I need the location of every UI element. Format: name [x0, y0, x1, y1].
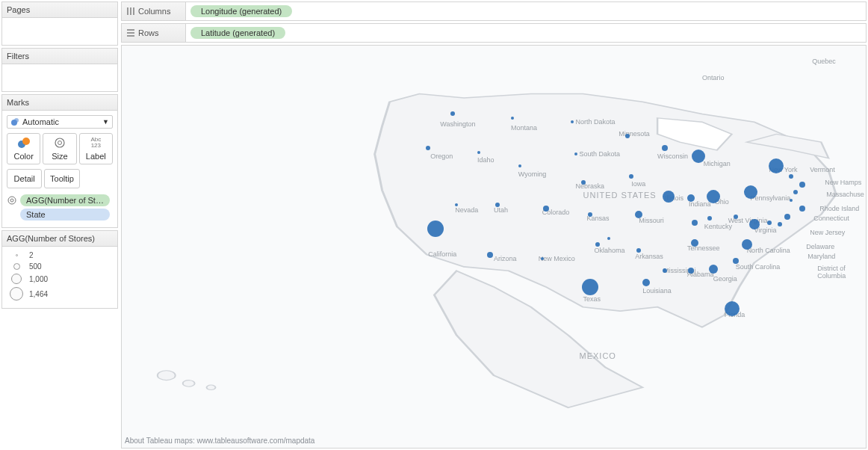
- rows-pill[interactable]: Latitude (generated): [190, 27, 285, 39]
- map-data-point[interactable]: [582, 279, 598, 295]
- map-data-point[interactable]: [799, 206, 805, 212]
- size-legend[interactable]: AGG(Number of Stores) 25001,0001,464: [1, 230, 118, 309]
- map-region-label: Connecticut: [813, 215, 849, 222]
- map-state-label: Idaho: [477, 156, 495, 164]
- map-viz[interactable]: About Tableau maps: www.tableausoftware.…: [121, 45, 867, 449]
- map-data-point[interactable]: [767, 221, 772, 225]
- map-attribution: About Tableau maps: www.tableausoftware.…: [125, 437, 314, 445]
- map-region-label: Vermont: [810, 166, 835, 173]
- map-data-point[interactable]: [742, 239, 752, 250]
- map-data-point[interactable]: [691, 239, 698, 247]
- map-data-point[interactable]: [518, 164, 521, 167]
- rows-shelf[interactable]: Rows Latitude (generated): [121, 23, 867, 43]
- size-encoding-icon: [7, 195, 17, 206]
- circle-mark-icon: [10, 117, 19, 126]
- marks-header: Marks: [2, 95, 117, 111]
- map-data-point[interactable]: [688, 268, 694, 274]
- columns-content[interactable]: Longitude (generated): [186, 5, 866, 17]
- columns-icon: [126, 7, 135, 16]
- label-icon: Abc 123: [81, 137, 111, 150]
- map-data-point[interactable]: [450, 111, 455, 116]
- filters-body[interactable]: [2, 64, 117, 91]
- map-data-point[interactable]: [707, 216, 712, 221]
- map-data-point[interactable]: [541, 257, 544, 260]
- map-data-point[interactable]: [692, 150, 705, 163]
- svg-rect-12: [127, 32, 134, 34]
- map-state-label: Washington: [440, 120, 475, 128]
- size-card[interactable]: Size: [43, 133, 76, 164]
- map-data-point[interactable]: [511, 117, 514, 120]
- columns-shelf[interactable]: Columns Longitude (generated): [121, 1, 867, 21]
- map-data-point[interactable]: [687, 194, 695, 202]
- rows-icon: [126, 28, 135, 37]
- detail-encoding-row[interactable]: State: [7, 209, 113, 221]
- map-data-point[interactable]: [709, 265, 718, 274]
- map-data-point[interactable]: [455, 203, 458, 206]
- pages-shelf[interactable]: Pages: [1, 1, 118, 46]
- label-card[interactable]: Abc 123 Label: [79, 133, 113, 164]
- map-data-point[interactable]: [571, 120, 574, 123]
- tooltip-card[interactable]: Tooltip: [44, 169, 79, 188]
- map-data-point[interactable]: [477, 151, 480, 154]
- map-data-point[interactable]: [426, 146, 430, 150]
- map-data-point[interactable]: [642, 279, 650, 286]
- map-data-point[interactable]: [790, 199, 793, 202]
- detail-card[interactable]: Detail: [7, 169, 42, 188]
- map-data-point[interactable]: [799, 182, 805, 188]
- map-data-point[interactable]: [707, 190, 720, 203]
- size-encoding-row[interactable]: AGG(Number of Sto..: [7, 194, 113, 206]
- map-state-label: Arkansas: [635, 253, 663, 260]
- map-data-point[interactable]: [629, 174, 633, 179]
- map-data-point[interactable]: [692, 220, 698, 226]
- size-encoding-pill[interactable]: AGG(Number of Sto..: [20, 194, 110, 206]
- color-card[interactable]: Color: [7, 133, 40, 164]
- map-data-point[interactable]: [495, 203, 500, 207]
- map-data-point[interactable]: [725, 301, 740, 316]
- map-state-label: North Dakota: [576, 118, 616, 126]
- map-data-point[interactable]: [625, 134, 630, 138]
- legend-circle-icon: [13, 263, 20, 270]
- map-state-label: Missouri: [639, 217, 664, 224]
- pages-body[interactable]: [2, 18, 117, 45]
- map-data-point[interactable]: [784, 214, 790, 220]
- map-data-point[interactable]: [595, 242, 600, 247]
- map-data-point[interactable]: [581, 180, 586, 185]
- map-data-point[interactable]: [793, 190, 798, 194]
- legend-row: 500: [8, 262, 111, 271]
- map-region-label: Maryland: [807, 253, 835, 260]
- map-data-point[interactable]: [662, 145, 668, 151]
- map-state-label: Louisiana: [642, 287, 672, 295]
- detail-label: Detail: [14, 174, 35, 183]
- map-data-point[interactable]: [427, 221, 444, 237]
- map-data-point[interactable]: [574, 152, 577, 155]
- map-state-label: Oregon: [430, 152, 453, 160]
- filters-header: Filters: [2, 49, 117, 64]
- map-region-label: Delaware: [806, 243, 834, 250]
- map-data-point[interactable]: [733, 258, 739, 264]
- map-data-point[interactable]: [734, 215, 738, 219]
- map-data-point[interactable]: [778, 222, 782, 226]
- rows-content[interactable]: Latitude (generated): [186, 27, 866, 39]
- rows-label-text: Rows: [138, 28, 159, 37]
- filters-shelf[interactable]: Filters: [1, 48, 118, 92]
- map-data-point[interactable]: [543, 206, 549, 212]
- map-data-point[interactable]: [769, 158, 784, 173]
- map-data-point[interactable]: [789, 174, 793, 179]
- map-data-point[interactable]: [636, 248, 641, 253]
- map-data-point[interactable]: [635, 211, 642, 218]
- map-data-point[interactable]: [487, 252, 493, 258]
- map-data-point[interactable]: [588, 212, 592, 217]
- map-region-label: Ontario: [702, 74, 725, 81]
- map-data-point[interactable]: [749, 219, 760, 229]
- map-region-label: MEXICO: [580, 351, 616, 360]
- columns-label-text: Columns: [138, 7, 170, 16]
- map-data-point[interactable]: [663, 191, 675, 203]
- marks-type-dropdown[interactable]: Automatic ▼: [7, 115, 113, 129]
- map-data-point[interactable]: [607, 237, 610, 240]
- map-data-point[interactable]: [663, 268, 667, 273]
- svg-point-1: [14, 118, 19, 123]
- map-data-point[interactable]: [744, 185, 757, 199]
- detail-encoding-pill[interactable]: State: [20, 209, 110, 221]
- columns-pill[interactable]: Longitude (generated): [190, 5, 292, 17]
- color-label: Color: [14, 152, 34, 161]
